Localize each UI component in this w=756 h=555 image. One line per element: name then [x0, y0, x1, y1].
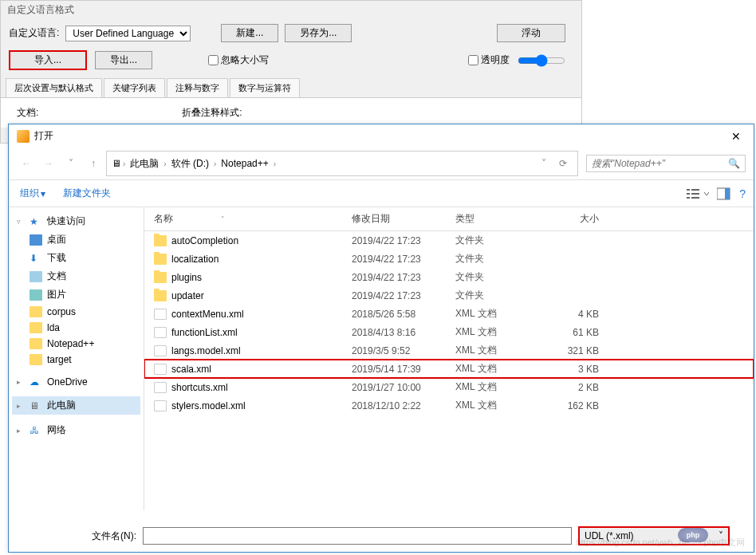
search-icon[interactable]: 🔍 — [728, 158, 740, 169]
file-row[interactable]: langs.model.xml 2019/3/5 9:52 XML 文档 321… — [144, 341, 754, 360]
up-button[interactable]: ↑ — [84, 154, 103, 173]
transparency-slider[interactable] — [518, 54, 565, 67]
file-row[interactable]: plugins 2019/4/22 17:23 文件夹 — [144, 268, 754, 286]
folder-icon — [30, 306, 42, 317]
udl-tabs: 层次设置与默认格式 关键字列表 注释与数字 数字与运算符 — [1, 78, 581, 98]
folder-icon — [154, 254, 167, 265]
tab-keywords[interactable]: 关键字列表 — [104, 78, 165, 97]
file-name: scala.xml — [171, 364, 211, 375]
new-button[interactable]: 新建... — [221, 24, 278, 42]
sidebar-onedrive[interactable]: ▸☁OneDrive — [12, 374, 140, 390]
new-folder-button[interactable]: 新建文件夹 — [60, 185, 114, 202]
back-button[interactable]: ← — [17, 154, 36, 173]
refresh-button[interactable]: ⟳ — [553, 154, 573, 173]
close-button[interactable]: ✕ — [726, 130, 746, 143]
file-type: 文件夹 — [455, 252, 543, 266]
view-button[interactable] — [687, 187, 709, 200]
float-button[interactable]: 浮动 — [497, 24, 565, 42]
chevron-right-icon: › — [123, 159, 125, 168]
file-name: contextMenu.xml — [171, 309, 244, 320]
col-size[interactable]: 大小 — [543, 212, 607, 226]
sidebar-documents[interactable]: 文档 — [12, 267, 140, 285]
export-button[interactable]: 导出... — [95, 51, 152, 69]
file-row[interactable]: autoCompletion 2019/4/22 17:23 文件夹 — [144, 231, 754, 250]
dialog-body: ▿★快速访问 桌面 ⬇下载 文档 图片 corpus lda Notepad++… — [9, 207, 754, 510]
file-size: 162 KB — [543, 400, 607, 411]
cloud-icon: ☁ — [30, 376, 42, 388]
file-row[interactable]: stylers.model.xml 2018/12/10 2:22 XML 文档… — [144, 396, 754, 415]
file-type: XML 文档 — [455, 399, 543, 412]
sidebar-target[interactable]: target — [12, 352, 140, 368]
file-row[interactable]: contextMenu.xml 2018/5/26 5:58 XML 文档 4 … — [144, 305, 754, 323]
import-button[interactable]: 导入... — [9, 50, 87, 70]
file-type: XML 文档 — [455, 344, 543, 357]
file-type: XML 文档 — [455, 362, 543, 376]
ignore-case-checkbox[interactable]: 忽略大小写 — [208, 53, 269, 67]
tab-operators[interactable]: 数字与运算符 — [230, 78, 300, 97]
folder-icon — [30, 338, 42, 349]
file-size: 4 KB — [543, 309, 607, 320]
file-row[interactable]: shortcuts.xml 2019/1/27 10:00 XML 文档 2 K… — [144, 378, 754, 396]
desktop-icon — [30, 234, 42, 246]
picture-icon — [30, 289, 42, 301]
svg-rect-4 — [687, 197, 690, 199]
svg-rect-2 — [687, 193, 690, 195]
file-size: 2 KB — [543, 382, 607, 393]
lang-select[interactable]: User Defined Language — [65, 26, 191, 41]
tab-comments[interactable]: 注释与数字 — [167, 78, 228, 97]
sidebar-pictures[interactable]: 图片 — [12, 285, 140, 304]
file-name: autoCompletion — [171, 235, 238, 246]
saveas-button[interactable]: 另存为... — [285, 24, 352, 42]
tab-layer[interactable]: 层次设置与默认格式 — [6, 78, 102, 97]
document-icon — [30, 271, 42, 282]
help-button[interactable]: ? — [739, 187, 746, 200]
filename-label: 文件名(N): — [89, 529, 136, 543]
file-type: 文件夹 — [455, 289, 543, 302]
file-size: 61 KB — [543, 327, 607, 338]
col-date[interactable]: 修改日期 — [352, 212, 455, 226]
star-icon: ★ — [30, 216, 42, 227]
preview-button[interactable] — [717, 187, 731, 200]
xml-icon — [154, 400, 167, 411]
xml-icon — [154, 382, 167, 393]
col-name[interactable]: 名称˄ — [144, 212, 352, 226]
breadcrumb[interactable]: 🖥 › 此电脑 › 软件 (D:) › Notepad++ › ˅ ⟳ — [106, 151, 578, 176]
file-row[interactable]: updater 2019/4/22 17:23 文件夹 — [144, 286, 754, 305]
file-date: 2019/4/22 17:23 — [352, 290, 455, 301]
filename-input[interactable] — [143, 527, 572, 545]
svg-rect-3 — [691, 193, 699, 195]
xml-icon — [154, 309, 167, 320]
sidebar-lda[interactable]: lda — [12, 320, 140, 336]
organize-button[interactable]: 组织 ▾ — [17, 185, 49, 202]
folder-icon — [154, 272, 167, 283]
sidebar-corpus[interactable]: corpus — [12, 304, 140, 320]
bc-folder[interactable]: Notepad++ — [218, 157, 271, 170]
search-box[interactable]: 🔍 — [586, 155, 746, 172]
svg-rect-5 — [691, 197, 699, 199]
xml-icon — [154, 345, 167, 356]
sidebar-notepadpp[interactable]: Notepad++ — [12, 336, 140, 352]
file-list: 名称˄ 修改日期 类型 大小 autoCompletion 2019/4/22 … — [144, 207, 754, 510]
bc-dropdown[interactable]: ˅ — [534, 154, 553, 173]
lang-label: 自定义语言: — [9, 26, 59, 40]
bc-thispc[interactable]: 此电脑 — [127, 156, 162, 171]
sidebar-this-pc[interactable]: ▸🖥此电脑 — [12, 396, 140, 415]
file-row[interactable]: localization 2019/4/22 17:23 文件夹 — [144, 250, 754, 268]
search-input[interactable] — [592, 158, 728, 169]
col-type[interactable]: 类型 — [455, 212, 543, 226]
svg-rect-1 — [691, 189, 699, 191]
recent-dropdown[interactable]: ˅ — [61, 154, 81, 173]
file-date: 2018/4/13 8:16 — [352, 327, 455, 338]
sidebar-desktop[interactable]: 桌面 — [12, 230, 140, 249]
sidebar-downloads[interactable]: ⬇下载 — [12, 249, 140, 267]
udl-title: 自定义语言格式 — [1, 1, 581, 19]
file-name: shortcuts.xml — [171, 382, 228, 393]
sidebar-network[interactable]: ▸🖧网络 — [12, 421, 140, 439]
bc-drive[interactable]: 软件 (D:) — [168, 156, 212, 171]
sidebar-quick-access[interactable]: ▿★快速访问 — [12, 212, 140, 230]
forward-button[interactable]: → — [39, 154, 58, 173]
file-type: XML 文档 — [455, 307, 543, 321]
file-row[interactable]: scala.xml 2019/5/14 17:39 XML 文档 3 KB — [144, 360, 754, 378]
transparency-checkbox[interactable]: 透明度 — [468, 53, 510, 67]
file-row[interactable]: functionList.xml 2018/4/13 8:16 XML 文档 6… — [144, 323, 754, 341]
